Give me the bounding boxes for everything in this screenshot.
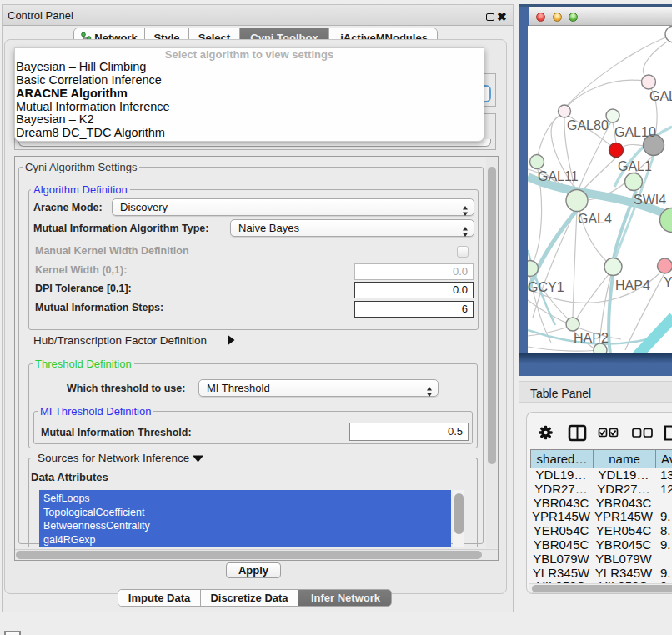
svg-text:GAL11: GAL11 bbox=[538, 169, 579, 183]
svg-text:HAP2: HAP2 bbox=[574, 331, 609, 345]
svg-text:Y: Y bbox=[664, 275, 672, 289]
svg-text:GAL10: GAL10 bbox=[614, 125, 656, 139]
svg-text:GCY1: GCY1 bbox=[528, 280, 564, 294]
svg-text:GAL80: GAL80 bbox=[567, 118, 609, 132]
svg-text:SWI4: SWI4 bbox=[634, 192, 666, 207]
svg-text:GAL: GAL bbox=[649, 89, 672, 103]
svg-text:GAL1: GAL1 bbox=[618, 159, 652, 173]
svg-text:HAP4: HAP4 bbox=[615, 278, 650, 292]
svg-text:GAL4: GAL4 bbox=[578, 212, 612, 226]
